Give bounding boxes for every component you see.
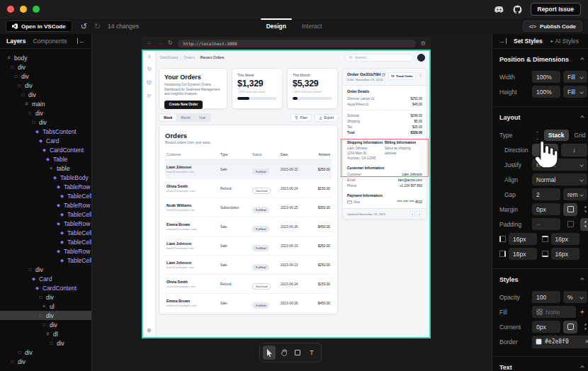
type-option[interactable]: Stack	[544, 130, 569, 141]
report-issue-button[interactable]: Report Issue	[531, 3, 582, 16]
layer-tree-item[interactable]: □ div	[0, 292, 91, 302]
layer-tree-item[interactable]: ◆ TableCell Sa	[0, 191, 91, 200]
padding-side-input[interactable]: 16px	[551, 248, 579, 260]
collapse-section-icon[interactable]	[580, 115, 584, 120]
padding-side-input[interactable]: 16px	[509, 248, 537, 260]
padding-side-input[interactable]: 16px	[509, 233, 537, 245]
layer-tree-item[interactable]: ◆ TableCell Sa	[0, 256, 91, 265]
breadcrumb-item[interactable]: Dashboard	[160, 55, 178, 59]
layer-tree-item[interactable]: ◆ TabsContent	[0, 127, 91, 136]
export-button[interactable]: Export	[315, 114, 338, 122]
publish-code-button[interactable]: </> Publish Code	[523, 21, 582, 32]
layer-tree-item[interactable]: ◆ CardContent	[0, 283, 91, 292]
padding-side-input[interactable]: 16px	[551, 233, 579, 245]
table-row[interactable]: Olivia Smith olivia@example.com Refund D…	[165, 179, 332, 198]
filter-button[interactable]: Filter	[290, 114, 312, 122]
table-row[interactable]: Noah Williams noah@example.com Subscript…	[165, 198, 332, 217]
layer-tree-item[interactable]: ◆ Table	[0, 154, 91, 164]
fill-value[interactable]: None	[532, 306, 576, 318]
corners-value-input[interactable]: 0px	[532, 321, 560, 333]
margin-value-input[interactable]: 0px	[532, 203, 560, 215]
layer-tree-item[interactable]: ◆ TableRow	[0, 246, 91, 256]
type-option[interactable]: --	[532, 126, 543, 144]
layer-tree-item[interactable]: # dl	[0, 329, 91, 338]
github-icon[interactable]	[513, 5, 522, 14]
tab-layers[interactable]: Layers	[6, 38, 26, 45]
dimension-unit-select[interactable]: Fill	[563, 71, 587, 83]
layer-tree-item[interactable]: ◆ Card	[0, 274, 91, 283]
layer-tree-item[interactable]: □ div	[0, 338, 91, 348]
mode-tab[interactable]: Design	[265, 20, 288, 33]
close-window-button[interactable]	[7, 6, 14, 13]
more-menu-icon[interactable]: ⋮	[418, 72, 422, 77]
breadcrumb-item[interactable]: Orders	[178, 55, 195, 59]
layer-tree-item[interactable]: □ div	[0, 357, 91, 366]
table-row[interactable]: Olivia Smith olivia@example.com Refund D…	[165, 275, 332, 294]
url-bar[interactable]: http://localhost:3000	[178, 40, 416, 47]
users-icon[interactable]	[147, 93, 152, 99]
period-tab[interactable]: Month	[176, 114, 194, 121]
layer-tree-item[interactable]: □ div	[0, 118, 91, 127]
margin-sides-icon[interactable]	[563, 203, 577, 216]
package-icon[interactable]	[147, 80, 152, 86]
period-tab[interactable]: Week	[159, 114, 176, 121]
avatar[interactable]	[417, 54, 425, 62]
layer-tree-item[interactable]: ◆ CardContent	[0, 145, 91, 154]
margin-expand-icon[interactable]	[580, 203, 588, 216]
layer-tree-item[interactable]: ◆ Card	[0, 136, 91, 145]
gap-value-input[interactable]: 2	[532, 188, 560, 200]
settings-gear-icon[interactable]: ⚙	[147, 328, 151, 333]
table-row[interactable]: Liam Johnson liam@example.com Sale Fulfi…	[165, 160, 332, 179]
remove-border-icon[interactable]: ✕	[584, 338, 588, 345]
layer-tree-item[interactable]: ◆ TableRow	[0, 182, 91, 191]
collapse-section-icon[interactable]	[580, 278, 584, 282]
prev-order-button[interactable]: ‹	[409, 211, 415, 217]
tab-set-styles[interactable]: Set Styles	[514, 38, 543, 45]
rendered-page[interactable]: ⌂ ⚙ DashboardOrdersRece	[142, 50, 431, 338]
back-icon[interactable]: ←	[147, 40, 152, 46]
layer-tree-item[interactable]: □ div	[0, 81, 91, 90]
layer-tree-item[interactable]: # main	[0, 99, 91, 108]
create-new-order-button[interactable]: Create New Order	[164, 101, 203, 109]
dimension-value-input[interactable]: 100%	[532, 86, 560, 98]
track-order-button[interactable]: Track Order	[388, 72, 416, 80]
table-row[interactable]: Liam Johnson liam@example.com Sale Fulfi…	[165, 256, 332, 275]
frame-tool-button[interactable]	[291, 346, 304, 360]
padding-value-input[interactable]: --	[532, 218, 560, 230]
tab-ai-styles[interactable]: ✦ AI Styles	[550, 38, 579, 45]
layer-tree-item[interactable]: □ div	[0, 311, 91, 320]
padding-expand-icon[interactable]	[580, 218, 588, 231]
canvas[interactable]: ← → ↻ http://localhost:3000 ⚙ ⌂	[93, 34, 492, 371]
collapse-left-panel-icon[interactable]: ←	[77, 38, 85, 45]
cart-icon[interactable]	[147, 67, 152, 72]
select-tool-button[interactable]	[263, 346, 276, 360]
gap-unit-select[interactable]: rem	[563, 188, 587, 200]
search-input[interactable]: Search...	[345, 54, 413, 62]
forward-icon[interactable]: →	[157, 40, 163, 46]
collapse-section-icon[interactable]	[580, 57, 584, 62]
layer-tree-item[interactable]: □ div	[0, 265, 91, 274]
table-row[interactable]: Emma Brown emma@example.com Sale Fulfill…	[165, 217, 332, 236]
breadcrumb-item[interactable]: Recent Orders	[195, 55, 224, 59]
layer-tree-item[interactable]: ◆ TableBody	[0, 173, 91, 182]
layer-tree-item[interactable]: □ div	[0, 348, 91, 357]
open-in-vscode-button[interactable]: Open in VSCode	[6, 21, 72, 32]
copy-icon[interactable]	[382, 73, 385, 76]
layer-tree-item[interactable]: □ div	[0, 108, 91, 118]
layer-tree-item[interactable]: □ div	[0, 62, 91, 72]
period-tab[interactable]: Year	[195, 114, 210, 121]
collapse-right-panel-icon[interactable]: →	[499, 38, 507, 45]
discord-icon[interactable]	[494, 6, 504, 13]
text-tool-button[interactable]: T	[305, 346, 318, 360]
home-icon[interactable]: ⌂	[147, 54, 150, 59]
collapse-section-icon[interactable]	[580, 365, 584, 370]
next-order-button[interactable]: ›	[417, 211, 422, 217]
layer-tree-item[interactable]: ◆ TableRow	[0, 200, 91, 210]
add-fill-icon[interactable]: +	[580, 308, 584, 316]
border-color-control[interactable]: #e2e8f0 ✕	[532, 336, 588, 348]
justify-select[interactable]: Normal	[532, 159, 587, 171]
layer-tree-item[interactable]: ≡ ul	[0, 302, 91, 311]
border-color-swatch[interactable]	[536, 338, 542, 345]
align-select[interactable]: Normal	[532, 173, 587, 186]
corners-expand-icon[interactable]	[580, 321, 588, 333]
